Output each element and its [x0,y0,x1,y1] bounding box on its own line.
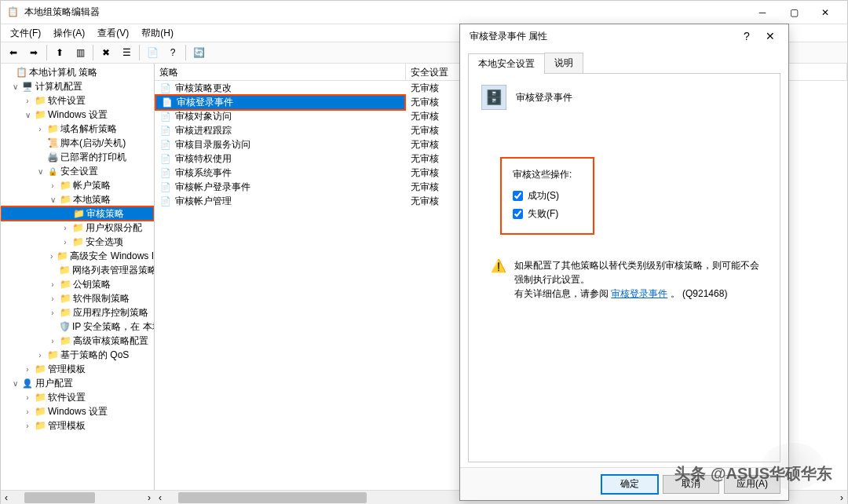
tree-toggle[interactable]: ∨ [10,82,20,91]
tree-computer-config[interactable]: ∨ 计算机配置 [1,79,154,93]
back-button[interactable]: ⬅ [4,44,23,61]
tree-toggle[interactable]: › [48,181,57,190]
policy-item-icon [159,82,172,94]
tree-name-resolution[interactable]: › 域名解析策略 [1,122,154,136]
tree-scripts[interactable]: 📜 脚本(启动/关机) [1,136,154,150]
cell-policy-name: 审核进程跟踪 [155,124,406,137]
show-hide-button[interactable]: ▥ [71,44,90,61]
tree-toggle[interactable]: › [60,224,70,232]
tree-toggle[interactable]: › [23,365,32,374]
tree-toggle[interactable]: ∨ [35,167,45,176]
properties-button[interactable]: ☰ [117,44,136,61]
tree-windows-settings-u[interactable]: › Windows 设置 [1,404,154,418]
tree-toggle[interactable]: › [35,125,45,133]
forward-button[interactable]: ➡ [24,44,43,61]
tree-audit-policy[interactable]: 审核策略 [1,206,154,221]
menu-file[interactable]: 文件(F) [5,25,46,42]
tree-software-settings-u[interactable]: › 软件设置 [1,390,154,404]
failure-label: 失败(F) [528,207,558,221]
tree-windows-settings[interactable]: ∨ Windows 设置 [1,108,154,122]
success-checkbox[interactable] [513,191,523,201]
delete-button[interactable]: ✖ [97,44,115,61]
tree-app-control[interactable]: › 应用程序控制策略 [1,305,154,320]
cancel-button[interactable]: 取消 [663,475,719,494]
tree-ip-security[interactable]: 🛡️ IP 安全策略，在 本地 [1,320,154,334]
tree-user-rights[interactable]: › 用户权限分配 [1,221,154,235]
menu-action[interactable]: 操作(A) [49,25,90,42]
tree-toggle[interactable]: › [48,280,57,289]
tree-adv-windows-fw[interactable]: › 高级安全 Windows I [1,249,154,263]
server-icon: 🗄️ [481,85,506,110]
tree-toggle[interactable]: › [48,337,57,345]
tree-pane[interactable]: 📋 本地计算机 策略 ∨ 计算机配置 › 软件设置 ∨ Windows 设置 › [1,64,155,503]
policy-item-label: 审核进程跟踪 [175,124,232,137]
tree-toggle[interactable]: ∨ [23,111,32,119]
tab-explain[interactable]: 说明 [544,53,583,73]
dialog-help-button[interactable]: ? [735,25,758,47]
warning-icon: ⚠️ [491,258,506,274]
cell-policy-name: 审核帐户登录事件 [155,181,406,194]
tree-account-policies[interactable]: › 帐户策略 [1,178,154,192]
refresh-button[interactable]: 🔄 [189,44,208,61]
close-button[interactable]: ✕ [810,2,841,24]
toolbar-separator [46,45,47,60]
folder-icon [34,363,46,375]
policy-item-label: 审核系统事件 [175,166,232,180]
tree-toggle[interactable]: › [48,294,57,303]
menu-help[interactable]: 帮助(H) [137,25,178,42]
cell-setting: 无审核 [406,124,444,137]
tree-toggle[interactable]: › [23,407,32,416]
policy-item-icon [159,110,172,122]
export-button[interactable]: 📄 [143,44,162,61]
policy-item-icon [159,138,172,151]
tree-toggle[interactable]: › [48,309,57,317]
apply-button[interactable]: 应用(A) [724,475,780,494]
up-button[interactable]: ⬆ [50,44,69,61]
tree-software-restriction[interactable]: › 软件限制策略 [1,291,154,305]
tree-toggle[interactable]: ∨ [10,379,20,388]
menu-view[interactable]: 查看(V) [93,25,133,42]
tree-toggle[interactable]: ∨ [48,195,57,204]
maximize-button[interactable]: ▢ [778,2,810,24]
failure-checkbox[interactable] [513,209,523,219]
cell-setting: 无审核 [406,152,444,166]
tree-toggle[interactable]: › [48,252,55,261]
tree-hscrollbar[interactable]: ‹ › [1,490,155,504]
tree-software-settings[interactable]: › 软件设置 [1,93,154,108]
tab-security-setting[interactable]: 本地安全设置 [468,53,545,74]
tree-root[interactable]: 📋 本地计算机 策略 [1,65,154,79]
tree-admin-templates-c[interactable]: › 管理模板 [1,362,154,376]
tree-toggle[interactable]: › [23,393,32,402]
folder-icon [34,405,46,418]
minimize-button[interactable]: ─ [747,2,778,24]
tree-security-settings[interactable]: ∨ 安全设置 [1,164,154,178]
tree-deployed-printers[interactable]: 🖨️ 已部署的打印机 [1,150,154,164]
folder-icon [71,236,84,248]
help-button[interactable]: ? [163,44,182,61]
failure-checkbox-row: 失败(F) [513,207,582,221]
dialog-close-button[interactable]: ✕ [758,25,782,47]
tree-network-list[interactable]: 网络列表管理器策略 [1,263,154,277]
tree-local-policies[interactable]: ∨ 本地策略 [1,192,154,206]
policy-item-icon [159,195,172,207]
note-link[interactable]: 审核登录事件 [611,288,667,299]
tree-toggle[interactable]: › [35,351,45,360]
cell-policy-name: 审核目录服务访问 [155,138,406,152]
cell-setting: 无审核 [406,96,444,109]
folder-icon [46,122,59,135]
tree-toggle[interactable]: › [60,238,70,247]
tree-toggle[interactable]: › [23,422,32,430]
tree-qos[interactable]: › 基于策略的 QoS [1,348,154,362]
tree-admin-templates-u[interactable]: › 管理模板 [1,418,154,433]
tree-security-options[interactable]: › 安全选项 [1,235,154,249]
tree-label: 审核策略 [86,207,124,221]
column-policy[interactable]: 策略 [155,64,406,80]
tree-label: 脚本(启动/关机) [60,137,126,150]
tree-label: 计算机配置 [35,80,82,93]
tree-user-config[interactable]: ∨ 用户配置 [1,376,154,390]
folder-icon [71,221,84,234]
tree-toggle[interactable]: › [23,97,32,105]
tree-adv-audit[interactable]: › 高级审核策略配置 [1,334,154,348]
ok-button[interactable]: 确定 [601,475,658,494]
tree-public-key[interactable]: › 公钥策略 [1,277,154,291]
